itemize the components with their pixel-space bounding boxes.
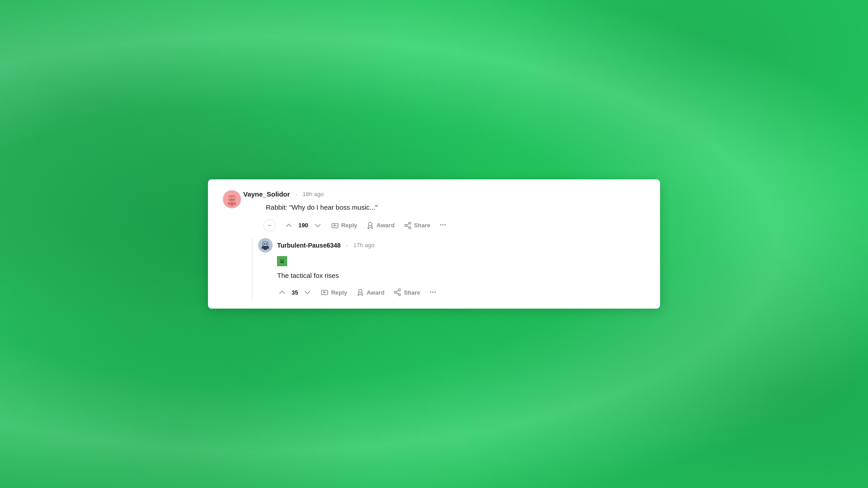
- reply-body: The tactical fox rises: [277, 271, 647, 281]
- reply-separator: ·: [346, 242, 348, 249]
- reply-award-label: Award: [367, 289, 385, 296]
- reply-avatar-icon: [258, 238, 273, 253]
- reply-share-button[interactable]: Share: [390, 286, 424, 299]
- upvote-button[interactable]: [281, 219, 297, 232]
- svg-point-4: [230, 197, 231, 198]
- downvote-button[interactable]: [310, 219, 326, 232]
- separator: ·: [295, 191, 297, 198]
- reply-action-bar: 35: [274, 285, 647, 300]
- svg-rect-6: [230, 200, 234, 201]
- reply-reply-icon: [321, 288, 329, 296]
- reply-reply-label: Reply: [331, 289, 347, 296]
- svg-rect-7: [230, 202, 234, 206]
- share-button[interactable]: Share: [400, 219, 434, 232]
- comment-author[interactable]: Vayne_Solidor: [243, 190, 290, 198]
- comment-left-col: [221, 190, 243, 300]
- svg-rect-28: [283, 262, 284, 263]
- svg-point-15: [264, 243, 265, 244]
- share-label: Share: [414, 222, 430, 229]
- reply-upvote-button[interactable]: [274, 286, 290, 299]
- comment-body: Rabbit: "Why do I hear boss music...": [266, 202, 647, 213]
- reply-header: Turbulent-Pause6348 · 17h ago: [258, 238, 647, 253]
- collapse-button[interactable]: −: [263, 219, 276, 232]
- reply-downvote-icon: [303, 288, 311, 296]
- comment-action-bar: − 190: [263, 218, 647, 233]
- downvote-icon: [314, 221, 322, 230]
- svg-rect-23: [281, 261, 282, 262]
- reply-award-button[interactable]: Award: [353, 286, 388, 299]
- reply-avatar: [258, 238, 273, 253]
- reply-button[interactable]: Reply: [327, 219, 361, 232]
- svg-rect-18: [262, 246, 264, 249]
- reply-comment: Turbulent-Pause6348 · 17h ago: [258, 238, 647, 300]
- more-icon: ···: [439, 221, 446, 230]
- reply-more-icon: ···: [429, 288, 436, 297]
- reply-icon: [331, 221, 339, 230]
- reply-author[interactable]: Turbulent-Pause6348: [277, 242, 341, 249]
- minus-icon: −: [267, 222, 271, 229]
- reply-upvote-icon: [278, 288, 286, 296]
- reply-more-button[interactable]: ···: [426, 285, 440, 300]
- svg-point-30: [359, 289, 362, 293]
- comment-timestamp: 18h ago: [302, 191, 324, 197]
- reply-section: Turbulent-Pause6348 · 17h ago: [252, 238, 647, 300]
- svg-point-11: [368, 222, 372, 226]
- comment-card: Vayne_Solidor · 18h ago Rabbit: "Why do …: [208, 179, 660, 309]
- avatar-icon: [224, 191, 240, 207]
- svg-rect-19: [267, 246, 269, 249]
- minecraft-emoji: [277, 256, 287, 266]
- reply-emoji-block: [277, 256, 647, 266]
- reply-downvote-button[interactable]: [300, 286, 315, 299]
- comment-header: Vayne_Solidor · 18h ago: [243, 190, 647, 198]
- creeper-icon: [278, 257, 287, 266]
- vote-count: 190: [298, 222, 308, 229]
- svg-rect-8: [228, 202, 230, 205]
- reply-label: Reply: [341, 222, 357, 229]
- upvote-icon: [285, 221, 293, 230]
- svg-rect-27: [280, 262, 281, 263]
- svg-point-16: [266, 243, 267, 244]
- reply-award-icon: [356, 288, 364, 296]
- svg-rect-21: [280, 259, 282, 261]
- reply-share-label: Share: [404, 289, 420, 296]
- svg-rect-22: [283, 259, 284, 261]
- reply-share-icon: [393, 288, 401, 296]
- award-button[interactable]: Award: [363, 219, 398, 232]
- reply-timestamp: 17h ago: [353, 242, 374, 249]
- comment-content: Vayne_Solidor · 18h ago Rabbit: "Why do …: [243, 190, 647, 300]
- svg-rect-17: [264, 246, 267, 250]
- svg-rect-25: [282, 261, 283, 262]
- avatar: [223, 190, 241, 208]
- svg-point-5: [233, 197, 234, 198]
- reply-reply-button[interactable]: Reply: [317, 286, 350, 299]
- more-button[interactable]: ···: [436, 218, 450, 233]
- svg-rect-9: [234, 202, 236, 205]
- award-icon: [366, 221, 374, 230]
- share-icon: [404, 221, 412, 230]
- reply-vote-count: 35: [292, 289, 298, 296]
- award-label: Award: [377, 222, 395, 229]
- comment-top-body: Vayne_Solidor · 18h ago Rabbit: "Why do …: [221, 190, 647, 300]
- top-comment: Vayne_Solidor · 18h ago Rabbit: "Why do …: [221, 190, 647, 300]
- svg-rect-24: [283, 261, 283, 262]
